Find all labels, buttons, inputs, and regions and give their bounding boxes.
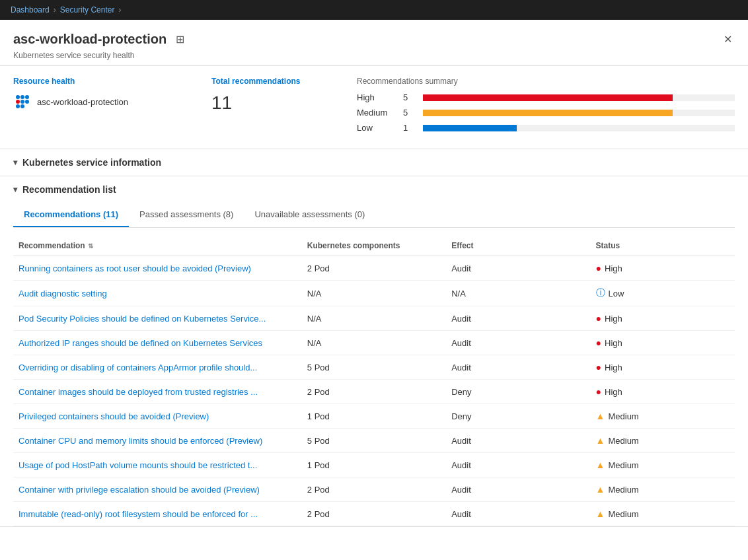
cell-recommendation[interactable]: Pod Security Policies should be defined …	[13, 313, 302, 324]
recs-summary-title: Recommendations summary	[357, 77, 735, 86]
svg-point-4	[20, 100, 24, 104]
cell-effect: Audit	[446, 362, 590, 372]
table-row: Pod Security Policies should be defined …	[13, 306, 735, 331]
cell-recommendation[interactable]: Container images should be deployed from…	[13, 386, 302, 397]
cell-effect: Audit	[446, 508, 590, 519]
cell-effect: Audit	[446, 337, 590, 348]
col-header-status: Status	[591, 241, 735, 250]
svg-point-5	[25, 100, 29, 104]
recommendation-list-section: ▾ Recommendation list Recommendations (1…	[0, 176, 748, 527]
cell-components: 2 Pod	[302, 263, 446, 273]
cell-components: N/A	[302, 337, 446, 348]
cell-recommendation[interactable]: Authorized IP ranges should be defined o…	[13, 337, 302, 348]
page-title-area: asc-workload-protection ⊞ Kubernetes ser…	[13, 30, 187, 60]
cell-components: 2 Pod	[302, 508, 446, 519]
status-icon-high: ●	[596, 313, 601, 324]
total-recs-label: Total recommendations	[211, 77, 317, 86]
cell-status: ● High	[591, 313, 735, 324]
recommendation-list-title: Recommendation list	[22, 184, 116, 195]
page-subtitle: Kubernetes service security health	[13, 51, 187, 60]
status-badge: ● High	[596, 337, 622, 348]
table-row: Immutable (read-only) root filesystem sh…	[13, 502, 735, 526]
severity-low-bar	[423, 125, 517, 131]
status-level: High	[605, 387, 622, 397]
breadcrumb-dashboard[interactable]: Dashboard	[11, 5, 50, 15]
col-header-components: Kubernetes components	[302, 241, 446, 250]
tab-unavailable-assessments[interactable]: Unavailable assessments (0)	[244, 203, 375, 227]
cell-components: 2 Pod	[302, 386, 446, 397]
status-level: High	[605, 314, 622, 324]
recommendation-list-header[interactable]: ▾ Recommendation list	[0, 176, 748, 203]
status-icon-medium: ▲	[596, 435, 605, 446]
table-row: Audit diagnostic setting N/A N/A ⓘ Low	[13, 281, 735, 306]
status-level: High	[605, 263, 622, 273]
cell-effect: Audit	[446, 313, 590, 324]
col-header-components-label: Kubernetes components	[307, 241, 400, 250]
status-level: Medium	[608, 436, 638, 446]
close-button[interactable]: ✕	[721, 30, 735, 48]
status-badge: ● High	[596, 362, 622, 372]
col-header-status-label: Status	[596, 241, 620, 250]
status-badge: ● High	[596, 386, 622, 397]
cell-status: ▲ Medium	[591, 484, 735, 495]
cell-recommendation[interactable]: Immutable (read-only) root filesystem sh…	[13, 508, 302, 519]
col-header-effect: Effect	[446, 241, 590, 250]
col-header-recommendation: Recommendation ⇅	[13, 241, 302, 250]
cell-effect: N/A	[446, 287, 590, 299]
status-icon-low: ⓘ	[596, 287, 605, 299]
status-badge: ▲ Medium	[596, 484, 639, 495]
cell-effect: Deny	[446, 386, 590, 397]
resource-health-label: Resource health	[13, 77, 172, 86]
table-row: Container images should be deployed from…	[13, 380, 735, 404]
header-icons: ✕	[721, 30, 735, 48]
tab-passed-assessments[interactable]: Passed assessments (8)	[129, 203, 244, 227]
svg-point-2	[25, 95, 29, 99]
status-level: Medium	[608, 509, 638, 519]
status-badge: ● High	[596, 313, 622, 324]
cell-recommendation[interactable]: Audit diagnostic setting	[13, 287, 302, 299]
cell-recommendation[interactable]: Running containers as root user should b…	[13, 263, 302, 273]
kubernetes-section-header[interactable]: ▾ Kubernetes service information	[0, 149, 748, 176]
status-icon-high: ●	[596, 337, 601, 348]
status-badge: ▲ Medium	[596, 460, 639, 470]
severity-low-bar-container	[423, 125, 735, 131]
breadcrumb-security-center[interactable]: Security Center	[60, 5, 115, 15]
kubernetes-section: ▾ Kubernetes service information	[0, 149, 748, 176]
cell-recommendation[interactable]: Usage of pod HostPath volume mounts shou…	[13, 460, 302, 470]
severity-medium-row: Medium 5	[357, 108, 735, 118]
col-header-recommendation-label: Recommendation	[19, 241, 85, 250]
cell-recommendation[interactable]: Container with privilege escalation shou…	[13, 484, 302, 495]
cell-status: ▲ Medium	[591, 435, 735, 446]
page-title: asc-workload-protection ⊞	[13, 30, 187, 48]
sort-icon-recommendation[interactable]: ⇅	[88, 242, 93, 250]
severity-high-bar	[423, 94, 673, 101]
recommendations-summary: Recommendations summary High 5 Medium 5 …	[357, 77, 735, 138]
svg-point-6	[16, 104, 20, 108]
summary-section: Resource health asc-workload-protection …	[0, 66, 748, 149]
cell-status: ⓘ Low	[591, 287, 735, 299]
pin-button[interactable]: ⊞	[173, 30, 187, 48]
cell-recommendation[interactable]: Container CPU and memory limits should b…	[13, 435, 302, 446]
cell-components: 1 Pod	[302, 411, 446, 421]
cell-recommendation[interactable]: Privileged containers should be avoided …	[13, 411, 302, 421]
severity-low-label: Low	[357, 123, 396, 133]
tabs: Recommendations (11) Passed assessments …	[13, 203, 735, 228]
table-row: Usage of pod HostPath volume mounts shou…	[13, 453, 735, 477]
cell-status: ● High	[591, 386, 735, 397]
cell-components: 1 Pod	[302, 460, 446, 470]
table-body: Running containers as root user should b…	[13, 256, 735, 526]
cell-recommendation[interactable]: Overriding or disabling of containers Ap…	[13, 362, 302, 372]
severity-high-row: High 5	[357, 92, 735, 102]
kubernetes-section-title: Kubernetes service information	[22, 157, 161, 168]
cell-components: N/A	[302, 313, 446, 324]
tab-recommendations[interactable]: Recommendations (11)	[13, 203, 129, 227]
cell-status: ▲ Medium	[591, 411, 735, 421]
status-icon-medium: ▲	[596, 411, 605, 421]
cell-status: ● High	[591, 337, 735, 348]
status-badge: ▲ Medium	[596, 435, 639, 446]
table-row: Container with privilege escalation shou…	[13, 477, 735, 502]
severity-high-label: High	[357, 92, 396, 102]
cell-status: ● High	[591, 362, 735, 372]
cell-status: ● High	[591, 263, 735, 273]
status-icon-medium: ▲	[596, 484, 605, 495]
